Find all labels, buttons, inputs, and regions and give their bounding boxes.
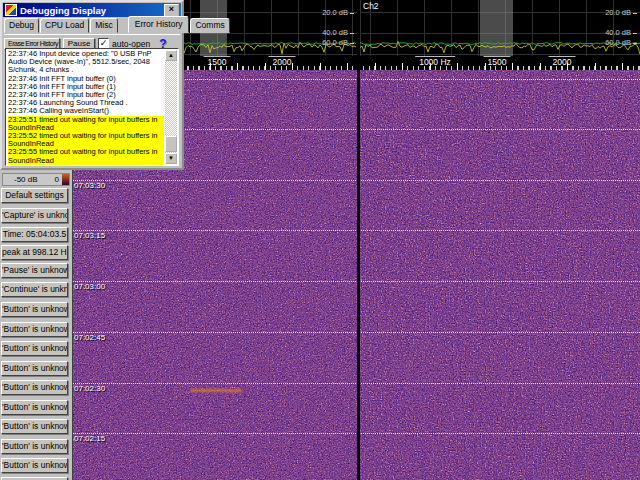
db-scale-label: 20.0 dB	[322, 8, 354, 17]
waterfall-timestamp: 07:02:30	[74, 384, 105, 393]
log-line-warning: 23:25:55 timed out waiting for input buf…	[8, 148, 164, 164]
log-scrollbar[interactable]: ▲ ▼	[165, 50, 177, 164]
generic-button[interactable]: 'Button' is unknown	[1, 380, 68, 395]
tab-comms[interactable]: Comms	[190, 18, 229, 33]
title-bar[interactable]: Debugging Display ×	[3, 3, 181, 17]
generic-button[interactable]: 'Button' is unknown	[1, 322, 68, 337]
auto-open-label: auto-open	[112, 39, 150, 49]
db-scale-label: 40.0 dB	[605, 28, 637, 37]
channel-divider	[357, 0, 360, 480]
error-log-list[interactable]: 22:37:46 Input device opened: "0 USB PnP…	[5, 48, 179, 166]
log-line-warning: 23:25:52 timed out waiting for input buf…	[8, 132, 164, 148]
log-line: 22:37:46 Input device opened: "0 USB PnP…	[8, 50, 164, 75]
continue-button[interactable]: 'Continue' is unknown	[1, 282, 68, 297]
freq-tick-label: 1500	[204, 56, 231, 67]
capture-button[interactable]: 'Capture' is unknown	[1, 208, 68, 223]
peak-button[interactable]: peak at 998.12 Hz	[1, 245, 68, 260]
generic-button[interactable]: 'Button' is unknown	[1, 439, 68, 454]
app-icon	[5, 4, 17, 16]
generic-button[interactable]: 'Button' is unknown	[1, 341, 68, 356]
palette-min-label: -50 dB	[14, 175, 38, 184]
generic-button[interactable]: 'Button' is unknown	[1, 419, 68, 434]
generic-button[interactable]: 'Button' is unknown	[1, 361, 68, 376]
debugging-display-window: Debugging Display × Debug CPU Load Misc …	[0, 0, 184, 170]
spectrum-app: 20.0 dB 40.0 dB 60.0 dB Ch2 20.0 dB 40.0…	[0, 0, 640, 480]
signal-streak	[190, 389, 242, 392]
palette-gradient	[62, 174, 69, 185]
time-gridline	[72, 383, 640, 384]
time-gridline	[72, 230, 640, 231]
tab-misc[interactable]: Misc	[90, 18, 117, 33]
channel2-label: Ch2	[363, 1, 379, 11]
waterfall-timestamp: 07:02:15	[74, 434, 105, 443]
scroll-up-icon[interactable]: ▲	[165, 50, 177, 61]
waterfall-timestamp: 07:03:30	[74, 181, 105, 190]
pause-button[interactable]: 'Pause' is unknown	[1, 263, 68, 278]
log-line-error: 23:25:58 SoundErrorIn changed, no input	[8, 165, 164, 166]
freq-tick-label: 1000 Hz	[415, 56, 455, 67]
log-line-warning: 23:25:51 timed out waiting for input buf…	[8, 116, 164, 132]
time-button[interactable]: Time: 05:04:03.5	[1, 227, 68, 242]
waterfall-timestamp: 07:03:15	[74, 231, 105, 240]
db-scale-label: 20.0 dB	[605, 8, 637, 17]
waterfall-timestamp: 07:03:00	[74, 282, 105, 291]
palette-max-label: 0	[55, 175, 59, 184]
waterfall-timestamp: 07:02:45	[74, 333, 105, 342]
tab-bar: Debug CPU Load Misc Error History Comms	[2, 18, 182, 33]
generic-button[interactable]: 'Button' is unknown	[1, 400, 68, 415]
db-scale-label: 60.0 dB	[322, 38, 354, 47]
scroll-down-icon[interactable]: ▼	[165, 153, 177, 164]
time-gridline	[72, 180, 640, 181]
freq-tick-label: 2000	[269, 56, 296, 67]
scrollbar-thumb[interactable]	[165, 136, 177, 152]
freq-tick-label: 2000	[549, 56, 576, 67]
amplitude-palette-bar: -50 dB 0	[2, 173, 70, 186]
time-gridline	[72, 281, 640, 282]
time-gridline	[72, 433, 640, 434]
generic-button[interactable]: 'Button' is unknown	[1, 458, 68, 473]
time-gridline	[72, 332, 640, 333]
db-scale-label: 40.0 dB	[322, 28, 354, 37]
close-icon[interactable]: ×	[164, 4, 179, 17]
default-settings-button[interactable]: Default settings	[1, 188, 68, 203]
waterfall-ch2	[360, 70, 640, 480]
tab-error-history[interactable]: Error History	[128, 16, 190, 33]
freq-tick-label: 1500	[484, 56, 511, 67]
window-title: Debugging Display	[20, 5, 164, 16]
db-scale-label: 60.0 dB	[605, 38, 637, 47]
generic-button[interactable]: 'Button' is unknown	[1, 302, 68, 317]
tab-debug[interactable]: Debug	[4, 18, 39, 33]
tab-cpu-load[interactable]: CPU Load	[40, 18, 89, 33]
